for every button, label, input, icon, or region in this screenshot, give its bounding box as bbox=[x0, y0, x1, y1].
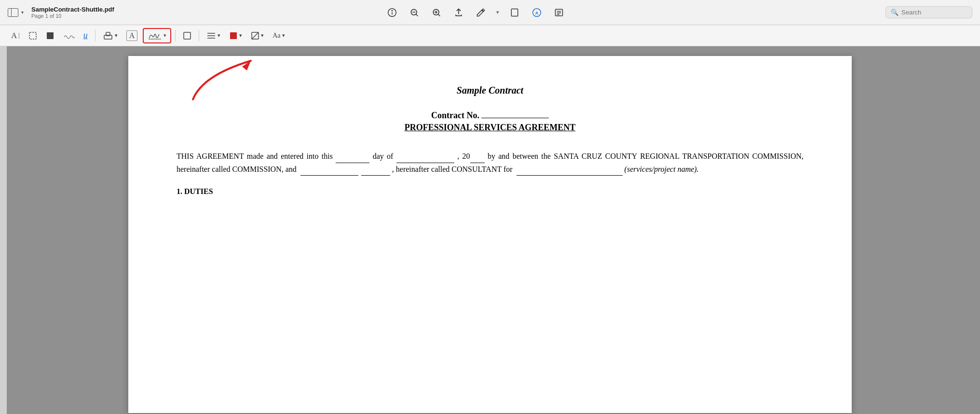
signature-button-wrapper: ▾ bbox=[143, 28, 171, 43]
chevron-down-icon: ▾ bbox=[21, 10, 24, 15]
svg-rect-10 bbox=[512, 9, 518, 16]
contract-no: Contract No. bbox=[177, 110, 803, 121]
text-select-button[interactable]: A| bbox=[8, 28, 23, 43]
page-view-button[interactable] bbox=[508, 6, 521, 19]
body-text-paragraph: THIS AGREEMENT made and entered into thi… bbox=[177, 150, 803, 176]
divider-3 bbox=[199, 30, 199, 41]
search-icon: 🔍 bbox=[891, 9, 898, 16]
text-field-button[interactable]: A bbox=[123, 28, 141, 43]
rect-color-button[interactable]: ▾ bbox=[226, 29, 245, 42]
squiggle-button[interactable] bbox=[60, 29, 78, 42]
signature-button[interactable]: ▾ bbox=[143, 28, 171, 43]
toolbar-left: ▾ SampleContract-Shuttle.pdf Page 1 of 1… bbox=[8, 6, 114, 19]
pdf-page: Sample Contract Contract No. PROFESSIONA… bbox=[128, 56, 852, 413]
page-title: Sample Contract bbox=[177, 85, 803, 96]
file-info: SampleContract-Shuttle.pdf Page 1 of 10 bbox=[31, 6, 114, 19]
rectangle-view-button[interactable] bbox=[179, 29, 195, 42]
file-page: Page 1 of 10 bbox=[31, 13, 114, 19]
underline-button[interactable]: u bbox=[80, 28, 91, 43]
stamp-button[interactable]: ▾ bbox=[99, 29, 121, 42]
text-size-button[interactable]: Aa ▾ bbox=[269, 29, 288, 42]
svg-line-28 bbox=[252, 32, 259, 39]
info-button[interactable] bbox=[385, 6, 399, 19]
toolbar-right: 🔍 bbox=[837, 6, 972, 18]
annotation-list-button[interactable] bbox=[552, 6, 566, 19]
account-button[interactable]: A bbox=[530, 6, 544, 19]
sidebar-toggle-button[interactable]: ▾ bbox=[8, 8, 24, 17]
sidebar-icon bbox=[8, 8, 18, 17]
divider-1 bbox=[95, 30, 95, 41]
svg-text:A: A bbox=[535, 11, 539, 15]
toolbar-center: ▾ A bbox=[114, 6, 837, 19]
svg-point-2 bbox=[392, 10, 393, 11]
pdf-area: Sample Contract Contract No. PROFESSIONA… bbox=[0, 46, 980, 414]
slash-rect-button[interactable]: ▾ bbox=[247, 29, 267, 42]
zoom-in-button[interactable] bbox=[430, 6, 443, 19]
pencil-chevron[interactable]: ▾ bbox=[496, 9, 499, 15]
top-toolbar: ▾ SampleContract-Shuttle.pdf Page 1 of 1… bbox=[0, 0, 980, 25]
search-input[interactable] bbox=[901, 9, 964, 16]
svg-rect-22 bbox=[184, 32, 191, 39]
zoom-out-button[interactable] bbox=[408, 6, 421, 19]
svg-rect-17 bbox=[29, 32, 36, 39]
duties-heading: 1. DUTIES bbox=[177, 187, 803, 196]
sidebar-strip bbox=[0, 46, 7, 414]
fill-rect-button[interactable] bbox=[42, 29, 58, 42]
annotation-toolbar: A| u ▾ A ▾ bbox=[0, 25, 980, 46]
divider-2 bbox=[175, 30, 176, 41]
svg-line-9 bbox=[438, 14, 440, 16]
file-name: SampleContract-Shuttle.pdf bbox=[31, 6, 114, 13]
search-box[interactable]: 🔍 bbox=[885, 6, 972, 18]
rect-select-button[interactable] bbox=[25, 29, 41, 42]
pencil-button[interactable] bbox=[474, 6, 488, 19]
share-button[interactable] bbox=[452, 6, 465, 19]
svg-rect-18 bbox=[47, 32, 54, 39]
align-button[interactable]: ▾ bbox=[203, 29, 224, 42]
svg-rect-26 bbox=[230, 32, 237, 39]
agreement-title: PROFESSIONAL SERVICES AGREEMENT bbox=[177, 123, 803, 133]
svg-line-5 bbox=[416, 14, 418, 16]
